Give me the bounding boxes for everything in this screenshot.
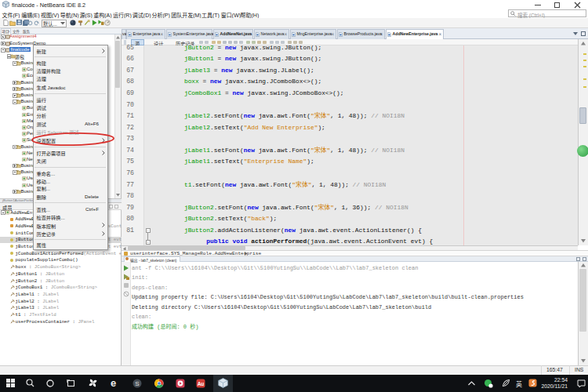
svg-text:S: S: [135, 379, 139, 387]
svg-text:Au: Au: [198, 380, 205, 386]
